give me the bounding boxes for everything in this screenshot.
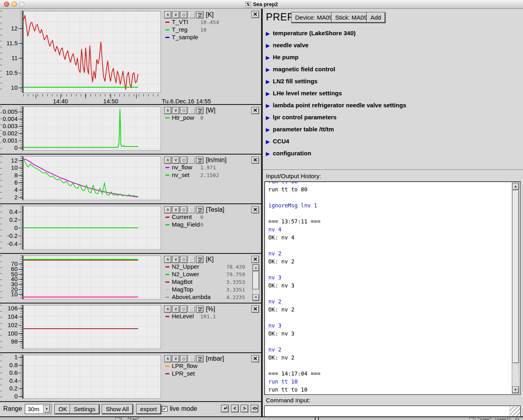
window-titlebar[interactable]: XSea prep2 <box>0 0 523 9</box>
chart-close-button[interactable]: ✕ <box>251 107 259 114</box>
chart-close-button[interactable]: ✕ <box>251 11 259 18</box>
zoom-y-button[interactable]: ◇ <box>180 355 187 362</box>
plot-area[interactable] <box>23 305 161 349</box>
section-item-lhe-level-meter-settings[interactable]: ▶LHe level meter settings <box>266 90 342 99</box>
chart-control-bar: Range 30m ▼ OK Settings Show All export … <box>0 402 261 416</box>
scroll-down-button[interactable]: ∨ <box>172 11 179 18</box>
scroll-down-button[interactable]: ∨ <box>172 256 179 263</box>
history-scrollbar-thumb[interactable] <box>512 190 519 363</box>
legend-entry-nv_flow[interactable]: nv_flow1.971 <box>162 164 258 171</box>
legend-entry-AboveLambda[interactable]: AboveLambda4.2235 <box>162 293 258 301</box>
scroll-up-button[interactable]: ∧ <box>164 157 171 164</box>
log-lin-toggle-button[interactable]: loglin <box>196 206 203 213</box>
zoom-y-button[interactable]: ◇ <box>180 305 187 313</box>
section-item-temperature-lakeshore-340-[interactable]: ▶temperature (LakeShore 340) <box>266 30 356 39</box>
log-lin-toggle-button[interactable]: loglin <box>196 107 203 114</box>
log-lin-toggle-button[interactable]: loglin <box>196 305 203 313</box>
zoom-x-button[interactable]: <> <box>251 405 258 412</box>
scroll-up-button[interactable]: ∧ <box>164 11 171 18</box>
scroll-up-button[interactable]: ∧ <box>164 305 171 313</box>
scrollbar-up-icon[interactable]: ▲ <box>512 183 519 190</box>
log-lin-toggle-button[interactable]: loglin <box>196 11 203 18</box>
legend-entry-T_sample[interactable]: T_sample <box>162 34 258 41</box>
range-select[interactable]: 30m ▼ <box>25 404 51 414</box>
scroll-down-button[interactable]: ∨ <box>172 305 179 313</box>
scroll-down-button[interactable]: ∨ <box>172 107 179 114</box>
chart-close-button[interactable]: ✕ <box>251 305 259 313</box>
scroll-up-button[interactable]: ∧ <box>164 256 171 263</box>
legend-entry-N2_Upper[interactable]: N2_Upper78.439 <box>162 263 258 271</box>
scroll-up-button[interactable]: ∧ <box>164 107 171 114</box>
legend-entry-N2_Lower[interactable]: N2_Lower79.759 <box>162 271 258 278</box>
plot-area[interactable] <box>23 11 161 93</box>
section-item-lambda-point-refrigerator-needle-valve-settings[interactable]: ▶lambda point refrigerator needle valve … <box>266 102 406 111</box>
plot-area[interactable] <box>23 355 161 399</box>
history-line: run tt 10 <box>268 378 510 386</box>
settings-button[interactable]: Settings <box>70 404 99 414</box>
section-item-configuration[interactable]: ▶configuration <box>266 150 311 159</box>
log-lin-toggle-button[interactable]: loglin <box>196 355 203 362</box>
plot-area[interactable] <box>23 156 161 200</box>
scroll-down-button[interactable]: ∨ <box>172 355 179 362</box>
live-mode-checkbox[interactable]: ✓ <box>162 406 167 412</box>
legend-entry-Mag_Field[interactable]: Mag_Field0 <box>162 221 258 229</box>
legend-scrollbar[interactable]: ▲▼ <box>252 264 259 301</box>
stick-select-button[interactable]: Stick: MA09 <box>331 12 371 23</box>
io-history[interactable]: run tt 80run tt to 80 ignoreMsg lnv 1 ==… <box>264 181 521 395</box>
jump-to-end-button[interactable] <box>221 405 229 412</box>
ok-button[interactable]: OK <box>54 404 71 414</box>
zoom-y-button[interactable]: ◇ <box>180 256 187 263</box>
section-item-he-pump[interactable]: ▶He pump <box>266 54 298 63</box>
legend-entry-HeLevel[interactable]: HeLevel101.1 <box>162 313 258 320</box>
scroll-down-button[interactable]: ∨ <box>172 157 179 164</box>
legend-entry-LPR_set[interactable]: LPR_set <box>162 370 258 378</box>
section-item-lpr-control-parameters[interactable]: ▶lpr control parameters <box>266 114 336 123</box>
chart-close-button[interactable]: ✕ <box>251 355 259 362</box>
scroll-up-button[interactable]: ∧ <box>164 355 171 362</box>
section-item-magnetic-field-control[interactable]: ▶magnetic field control <box>266 66 335 75</box>
scroll-down-button[interactable]: ∨ <box>172 206 179 213</box>
command-input[interactable] <box>264 406 521 418</box>
chart-row-6: 98100102104106∧∨◇◇loglin[%]✕HeLevel101.1 <box>0 303 261 353</box>
legend-entry-Htr_pow[interactable]: Htr_pow0 <box>162 114 258 122</box>
scroll-right-button[interactable]: > <box>241 405 248 412</box>
log-lin-toggle-button[interactable]: loglin <box>196 157 203 164</box>
legend-entry-MagTop[interactable]: MagTop3.3351 <box>162 286 258 293</box>
legend-entry-T_VTI[interactable]: T_VTI10.454 <box>162 18 258 26</box>
log-lin-toggle-button[interactable]: loglin <box>196 256 203 263</box>
chart-close-button[interactable]: ✕ <box>251 157 259 164</box>
legend-scrollbar-thumb[interactable] <box>253 271 259 289</box>
plot-area[interactable] <box>23 107 161 151</box>
section-item-ln2-fill-settings[interactable]: ▶LN2 fill settings <box>266 78 318 87</box>
legend-entry-nv_set[interactable]: nv_set2.1502 <box>162 171 258 179</box>
plot-area[interactable] <box>23 255 161 299</box>
resize-grip[interactable] <box>509 406 520 417</box>
device-select-button[interactable]: Device: MA09 <box>291 12 336 23</box>
chart-close-button[interactable]: ✕ <box>251 256 259 263</box>
series-name: Current <box>172 213 192 220</box>
legend-scrollbar-down-icon[interactable]: ▼ <box>253 294 259 301</box>
export-button[interactable]: export <box>136 404 161 414</box>
add-button[interactable]: Add <box>366 12 385 23</box>
scroll-left-button[interactable]: < <box>231 405 239 412</box>
y-axis <box>18 107 23 151</box>
section-item-parameter-table-tt-tm[interactable]: ▶parameter table /tt/tm <box>266 126 334 135</box>
legend-entry-LPR_flow[interactable]: LPR_flow <box>162 362 258 370</box>
legend-entry-Current[interactable]: Current0 <box>162 213 258 221</box>
zoom-y-button[interactable]: ◇ <box>180 107 187 114</box>
zoom-y-button[interactable]: ◇ <box>180 11 187 18</box>
plot-area[interactable] <box>23 206 161 250</box>
section-label: magnetic field control <box>273 66 335 72</box>
section-item-needle-valve[interactable]: ▶needle valve <box>266 42 308 51</box>
section-item-ccu4[interactable]: ▶CCU4 <box>266 138 289 147</box>
scrollbar-down-icon[interactable]: ▼ <box>512 386 519 393</box>
scroll-up-button[interactable]: ∧ <box>164 206 171 213</box>
legend-scrollbar-up-icon[interactable]: ▲ <box>253 265 259 271</box>
zoom-y-button[interactable]: ◇ <box>180 206 187 213</box>
legend-entry-T_reg[interactable]: T_reg10 <box>162 26 258 34</box>
zoom-y-button[interactable]: ◇ <box>180 157 187 164</box>
legend-entry-MagBot[interactable]: MagBot3.3353 <box>162 278 258 286</box>
chart-close-button[interactable]: ✕ <box>251 206 259 213</box>
show-all-button[interactable]: Show All <box>102 404 133 414</box>
history-scrollbar[interactable]: ▲ ▼ <box>512 183 519 394</box>
